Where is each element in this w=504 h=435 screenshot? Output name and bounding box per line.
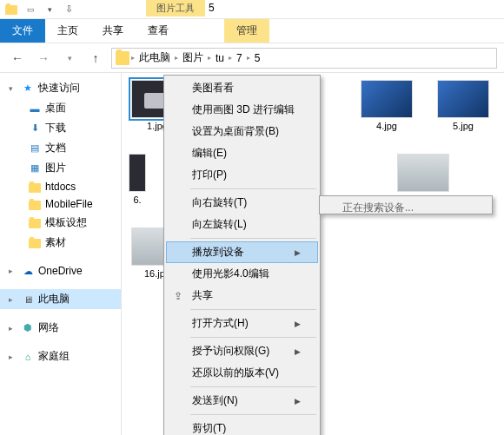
breadcrumb-part[interactable]: 图片 bbox=[180, 50, 206, 65]
window-title: 5 bbox=[209, 2, 215, 14]
folder-icon bbox=[3, 2, 19, 17]
menu-meitu-view[interactable]: 美图看看 bbox=[166, 77, 318, 99]
menu-separator bbox=[190, 188, 316, 189]
sidebar-htdocs[interactable]: htdocs bbox=[0, 178, 121, 195]
sidebar-quick-access[interactable]: ▾★快速访问 bbox=[0, 78, 121, 98]
share-icon: ⇪ bbox=[171, 290, 185, 302]
sidebar-label: 下载 bbox=[45, 121, 66, 135]
submenu-arrow-icon: ▶ bbox=[295, 248, 301, 257]
qat-properties-icon[interactable]: ▭ bbox=[23, 2, 38, 17]
sidebar-onedrive[interactable]: ▸☁OneDrive bbox=[0, 261, 121, 280]
breadcrumb-folder-icon bbox=[116, 51, 129, 65]
menu-lightshadow-edit[interactable]: 使用光影4.0编辑 bbox=[166, 263, 318, 285]
sidebar-downloads[interactable]: ⬇下载 bbox=[0, 118, 121, 138]
menu-send-to[interactable]: 发送到(N)▶ bbox=[166, 390, 318, 412]
menu-set-wallpaper[interactable]: 设置为桌面背景(B) bbox=[166, 121, 318, 142]
sidebar-label: 图片 bbox=[45, 161, 66, 175]
chevron-right-icon[interactable]: ▸ bbox=[208, 54, 211, 62]
breadcrumb-part[interactable]: 7 bbox=[234, 52, 245, 64]
sidebar-label: 网络 bbox=[38, 320, 59, 335]
qat-dropdown-icon[interactable]: ▾ bbox=[42, 2, 57, 17]
breadcrumb[interactable]: ▸ 此电脑 ▸ 图片 ▸ tu ▸ 7 ▸ 5 bbox=[111, 48, 497, 69]
menu-label: 发送到(N) bbox=[192, 393, 238, 408]
breadcrumb-part[interactable]: 5 bbox=[252, 52, 263, 64]
sidebar-label: 模板设想 bbox=[45, 215, 87, 230]
qat-overflow-icon[interactable]: ⇩ bbox=[61, 2, 76, 17]
menu-rotate-left[interactable]: 向左旋转(L) bbox=[166, 214, 318, 235]
menu-label: 编辑(E) bbox=[192, 146, 227, 161]
file-thumb[interactable]: 4.jpg bbox=[358, 80, 415, 131]
menu-open-with[interactable]: 打开方式(H)▶ bbox=[166, 313, 318, 334]
sidebar-label: 快速访问 bbox=[38, 81, 80, 96]
nav-forward-button: → bbox=[33, 48, 54, 69]
cast-submenu: 正在搜索设备... bbox=[319, 195, 493, 214]
nav-up-button[interactable]: ↑ bbox=[85, 48, 106, 69]
menu-label: 设置为桌面背景(B) bbox=[192, 124, 279, 139]
sidebar-label: 文档 bbox=[45, 141, 66, 155]
menu-separator bbox=[190, 309, 316, 310]
breadcrumb-part[interactable]: tu bbox=[213, 52, 227, 64]
sidebar-material[interactable]: 素材 bbox=[0, 233, 121, 253]
menu-print[interactable]: 打印(P) bbox=[166, 164, 318, 186]
sidebar-this-pc[interactable]: ▸🖥此电脑 bbox=[0, 289, 121, 309]
sidebar-label: 家庭组 bbox=[38, 349, 70, 364]
menu-separator bbox=[190, 386, 316, 387]
sidebar-label: 素材 bbox=[45, 235, 66, 250]
sidebar-desktop[interactable]: ▬桌面 bbox=[0, 98, 121, 118]
menu-separator bbox=[190, 337, 316, 338]
menu-separator bbox=[190, 238, 316, 239]
sidebar-documents[interactable]: ▤文档 bbox=[0, 138, 121, 158]
chevron-right-icon[interactable]: ▸ bbox=[229, 54, 232, 62]
sidebar-template[interactable]: 模板设想 bbox=[0, 213, 121, 233]
sidebar-pictures[interactable]: ▦图片 bbox=[0, 158, 121, 178]
contextual-tab-label: 图片工具 bbox=[146, 0, 205, 16]
menu-label: 使用画图 3D 进行编辑 bbox=[192, 102, 295, 117]
sidebar-label: htdocs bbox=[45, 181, 76, 193]
context-menu: 美图看看 使用画图 3D 进行编辑 设置为桌面背景(B) 编辑(E) 打印(P)… bbox=[163, 75, 321, 435]
sidebar-label: 桌面 bbox=[45, 101, 66, 115]
menu-label: 使用光影4.0编辑 bbox=[192, 267, 269, 281]
menu-cut[interactable]: 剪切(T) bbox=[166, 418, 318, 435]
menu-label: 打印(P) bbox=[192, 168, 227, 182]
chevron-right-icon[interactable]: ▸ bbox=[247, 54, 250, 62]
file-name: 6. bbox=[129, 194, 146, 205]
navigation-pane: ▾★快速访问 ▬桌面 ⬇下载 ▤文档 ▦图片 htdocs MobileFile… bbox=[0, 73, 122, 435]
menu-rotate-right[interactable]: 向右旋转(T) bbox=[166, 192, 318, 214]
nav-back-button[interactable]: ← bbox=[7, 48, 28, 69]
breadcrumb-part[interactable]: 此电脑 bbox=[136, 50, 173, 65]
tab-manage[interactable]: 管理 bbox=[224, 19, 269, 43]
sidebar-label: MobileFile bbox=[45, 198, 93, 210]
submenu-arrow-icon: ▶ bbox=[295, 320, 301, 328]
menu-label: 还原以前的版本(V) bbox=[192, 366, 279, 380]
tab-view[interactable]: 查看 bbox=[136, 19, 181, 43]
submenu-arrow-icon: ▶ bbox=[295, 397, 301, 405]
sidebar-label: 此电脑 bbox=[38, 292, 70, 306]
sidebar-mobilefile[interactable]: MobileFile bbox=[0, 195, 121, 213]
file-name: 4.jpg bbox=[358, 121, 415, 131]
menu-label: 打开方式(H) bbox=[192, 316, 249, 331]
file-thumb[interactable]: 6. bbox=[129, 154, 146, 205]
menu-label: 向右旋转(T) bbox=[192, 195, 247, 210]
menu-restore-previous[interactable]: 还原以前的版本(V) bbox=[166, 362, 318, 384]
menu-label: 剪切(T) bbox=[192, 421, 226, 435]
menu-grant-access[interactable]: 授予访问权限(G)▶ bbox=[166, 340, 318, 362]
menu-share[interactable]: ⇪共享 bbox=[166, 285, 318, 306]
sidebar-homegroup[interactable]: ▸⌂家庭组 bbox=[0, 346, 121, 366]
tab-home[interactable]: 主页 bbox=[45, 19, 90, 43]
menu-paint3d-edit[interactable]: 使用画图 3D 进行编辑 bbox=[166, 99, 318, 121]
chevron-right-icon[interactable]: ▸ bbox=[131, 54, 135, 62]
submenu-arrow-icon: ▶ bbox=[295, 347, 301, 356]
menu-label: 共享 bbox=[192, 288, 213, 303]
sidebar-network[interactable]: ▸⬢网络 bbox=[0, 318, 121, 338]
menu-separator bbox=[190, 414, 316, 415]
submenu-searching: 正在搜索设备... bbox=[322, 198, 490, 218]
nav-recent-dropdown[interactable]: ▾ bbox=[59, 48, 80, 69]
tab-file[interactable]: 文件 bbox=[0, 19, 45, 43]
file-name: 5.jpg bbox=[434, 121, 492, 131]
file-thumb[interactable]: 5.jpg bbox=[434, 80, 492, 131]
tab-share[interactable]: 共享 bbox=[90, 19, 136, 43]
menu-label: 美图看看 bbox=[192, 81, 234, 96]
chevron-right-icon[interactable]: ▸ bbox=[175, 54, 178, 62]
menu-edit[interactable]: 编辑(E) bbox=[166, 142, 318, 164]
menu-cast-to-device[interactable]: 播放到设备▶ bbox=[166, 241, 318, 263]
